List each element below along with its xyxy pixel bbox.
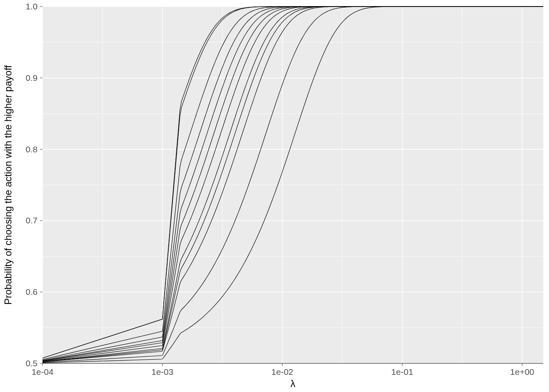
x-tick-label: 1e-02 — [271, 367, 293, 376]
y-axis-title: Probability of choosing the action with … — [2, 65, 13, 305]
x-tick-label: 1e-04 — [31, 367, 54, 376]
x-tick-label: 1e-01 — [391, 367, 413, 376]
x-tick-label: 1e-03 — [152, 367, 174, 376]
y-tick-label: 0.9 — [26, 73, 38, 82]
y-tick-label: 0.5 — [26, 359, 38, 368]
x-tick-label: 1e+00 — [510, 367, 534, 376]
chart-svg: 1e-041e-031e-021e-011e+000.50.60.70.80.9… — [0, 0, 549, 392]
y-tick-label: 1.0 — [26, 2, 38, 11]
x-axis-title: λ — [290, 378, 295, 389]
y-tick-label: 0.8 — [26, 145, 38, 154]
y-tick-label: 0.6 — [26, 287, 38, 296]
y-tick-label: 0.7 — [26, 216, 38, 225]
chart-container: 1e-041e-031e-021e-011e+000.50.60.70.80.9… — [0, 0, 549, 392]
